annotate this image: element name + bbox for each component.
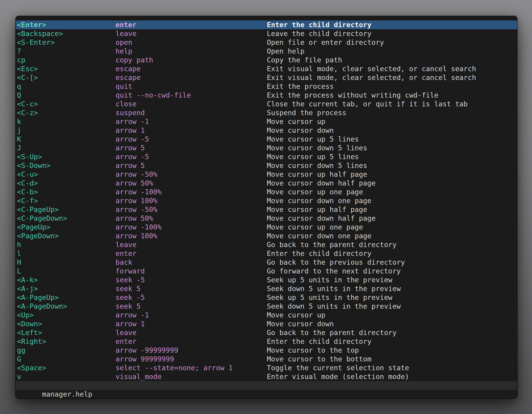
keymap-row[interactable]: ? help Open help: [16, 47, 517, 56]
keymap-row[interactable]: <C-b> arrow -100% Move cursor up one pag…: [16, 188, 517, 196]
key-cell: J: [17, 144, 21, 152]
description-cell: Move cursor up: [267, 117, 325, 126]
keymap-row[interactable]: <A-j> seek 5 Seek down 5 units in the pr…: [16, 284, 517, 293]
keymap-row[interactable]: <S-Up> arrow -5 Move cursor up 5 lines: [16, 152, 517, 161]
keymap-list: <Enter> enter Enter the child directory …: [16, 20, 517, 381]
key-cell: <C-z>: [17, 108, 38, 117]
keymap-row[interactable]: <C-z> suspend Suspend the process: [16, 108, 517, 117]
keymap-row[interactable]: <C-d> arrow 50% Move cursor down half pa…: [16, 179, 517, 188]
description-cell: Seek up 5 units in the preview: [267, 293, 392, 302]
description-cell: Move cursor to the bottom: [267, 355, 371, 364]
key-cell: <S-Up>: [17, 152, 42, 161]
keymap-row[interactable]: K arrow -5 Move cursor up 5 lines: [16, 135, 517, 144]
command-cell: copy path: [115, 56, 153, 64]
key-cell: <PageUp>: [17, 223, 50, 231]
command-cell: arrow -1: [115, 311, 149, 319]
key-cell: <C-d>: [17, 179, 38, 188]
description-cell: Move cursor up one page: [267, 188, 363, 196]
command-cell: seek 5: [115, 284, 141, 293]
keymap-row[interactable]: <C-f> arrow 100% Move cursor down one pa…: [16, 196, 517, 205]
keymap-row[interactable]: <A-PageUp> seek -5 Seek up 5 units in th…: [16, 293, 517, 302]
command-cell: enter: [115, 249, 136, 258]
description-cell: Go back to the previous directory: [267, 258, 405, 267]
keymap-row[interactable]: L forward Go forward to the next directo…: [16, 267, 517, 276]
keymap-row[interactable]: <Backspace> leave Leave the child direct…: [16, 29, 517, 38]
description-cell: Move cursor up half page: [267, 205, 367, 214]
keymap-row[interactable]: <S-Enter> open Open file or enter direct…: [16, 38, 517, 47]
status-bar: manager.help: [16, 381, 517, 390]
keymap-row[interactable]: <Space> select --state=none; arrow 1 Tog…: [16, 364, 517, 372]
key-cell: <C-c>: [17, 100, 38, 108]
keymap-row[interactable]: H back Go back to the previous directory: [16, 258, 517, 267]
keymap-row[interactable]: q quit Exit the process: [16, 82, 517, 91]
keymap-row[interactable]: h leave Go back to the parent directory: [16, 240, 517, 249]
key-cell: L: [17, 267, 21, 276]
description-cell: Go forward to the next directory: [267, 267, 401, 276]
keymap-row[interactable]: k arrow -1 Move cursor up: [16, 117, 517, 126]
description-cell: Move cursor down: [267, 126, 334, 135]
keymap-row[interactable]: l enter Enter the child directory: [16, 249, 517, 258]
command-cell: arrow -5: [115, 152, 149, 161]
command-cell: quit --no-cwd-file: [115, 91, 191, 100]
keymap-row[interactable]: Q quit --no-cwd-file Exit the process wi…: [16, 91, 517, 100]
keymap-row[interactable]: j arrow 1 Move cursor down: [16, 126, 517, 135]
key-cell: <Down>: [17, 319, 42, 328]
description-cell: Enter the child directory: [267, 249, 371, 258]
keymap-row[interactable]: <Enter> enter Enter the child directory: [16, 20, 517, 29]
key-cell: ?: [17, 47, 21, 56]
key-cell: <A-k>: [17, 276, 38, 284]
keymap-row[interactable]: <Up> arrow -1 Move cursor up: [16, 311, 517, 319]
command-cell: back: [115, 258, 132, 267]
keymap-row[interactable]: G arrow 99999999 Move cursor to the bott…: [16, 355, 517, 364]
key-cell: <Backspace>: [17, 29, 63, 38]
keymap-row[interactable]: gg arrow -99999999 Move cursor to the to…: [16, 346, 517, 355]
keymap-row[interactable]: <A-PageDown> seek 5 Seek down 5 units in…: [16, 302, 517, 311]
description-cell: Move cursor down: [267, 319, 334, 328]
key-cell: <Esc>: [17, 64, 38, 73]
description-cell: Open file or enter directory: [267, 38, 384, 47]
keymap-row[interactable]: <Esc> escape Exit visual mode, clear sel…: [16, 64, 517, 73]
description-cell: Move cursor down 5 lines: [267, 161, 367, 170]
description-cell: Move cursor up one page: [267, 223, 363, 231]
keymap-row[interactable]: <C-[> escape Exit visual mode, clear sel…: [16, 73, 517, 82]
description-cell: Move cursor down one page: [267, 196, 371, 205]
command-cell: seek -5: [115, 293, 145, 302]
keymap-row[interactable]: <Left> leave Go back to the parent direc…: [16, 328, 517, 337]
keymap-row[interactable]: <A-k> seek -5 Seek up 5 units in the pre…: [16, 276, 517, 284]
key-cell: <C-b>: [17, 188, 38, 196]
command-cell: arrow -5: [115, 135, 149, 144]
command-cell: suspend: [115, 108, 145, 117]
key-cell: <C-PageDown>: [17, 214, 67, 223]
command-cell: arrow -50%: [115, 205, 157, 214]
description-cell: Copy the file path: [267, 56, 342, 64]
command-cell: arrow -100%: [115, 223, 162, 231]
key-cell: v: [17, 372, 21, 381]
key-cell: <Left>: [17, 328, 42, 337]
keymap-row[interactable]: J arrow 5 Move cursor down 5 lines: [16, 144, 517, 152]
command-cell: arrow 1: [115, 319, 145, 328]
key-cell: <Right>: [17, 337, 46, 346]
keymap-row[interactable]: <PageUp> arrow -100% Move cursor up one …: [16, 223, 517, 231]
terminal-window: <Enter> enter Enter the child directory …: [15, 16, 517, 399]
key-cell: cp: [17, 56, 25, 64]
description-cell: Seek up 5 units in the preview: [267, 276, 392, 284]
description-cell: Exit visual mode, clear selected, or can…: [267, 64, 476, 73]
key-cell: h: [17, 240, 21, 249]
keymap-row[interactable]: <Down> arrow 1 Move cursor down: [16, 319, 517, 328]
keymap-row[interactable]: <PageDown> arrow 100% Move cursor down o…: [16, 231, 517, 240]
key-cell: <A-PageDown>: [17, 302, 67, 311]
keymap-row[interactable]: <C-c> close Close the current tab, or qu…: [16, 100, 517, 108]
key-cell: <Enter>: [17, 20, 46, 29]
description-cell: Move cursor up: [267, 311, 325, 319]
keymap-row[interactable]: cp copy path Copy the file path: [16, 56, 517, 64]
description-cell: Open help: [267, 47, 304, 56]
keymap-row[interactable]: <Right> enter Enter the child directory: [16, 337, 517, 346]
keymap-row[interactable]: <C-PageUp> arrow -50% Move cursor up hal…: [16, 205, 517, 214]
keymap-row[interactable]: <C-PageDown> arrow 50% Move cursor down …: [16, 214, 517, 223]
key-cell: <PageDown>: [17, 231, 59, 240]
description-cell: Exit the process without writing cwd-fil…: [267, 91, 438, 100]
description-cell: Move cursor down one page: [267, 231, 371, 240]
keymap-row[interactable]: <C-u> arrow -50% Move cursor up half pag…: [16, 170, 517, 179]
keymap-row[interactable]: v visual_mode Enter visual mode (selecti…: [16, 372, 517, 381]
keymap-row[interactable]: <S-Down> arrow 5 Move cursor down 5 line…: [16, 161, 517, 170]
